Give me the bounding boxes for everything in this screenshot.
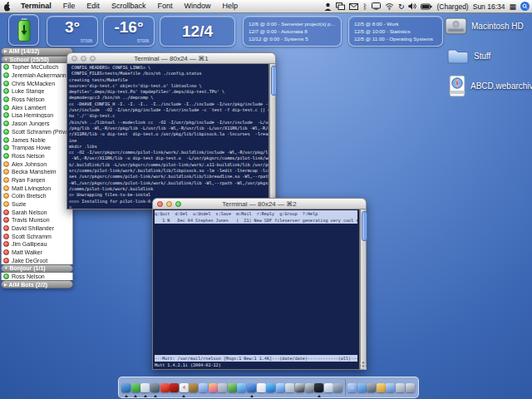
bluetooth-icon[interactable]: ᛒ [362, 2, 367, 11]
pencil-icon[interactable] [199, 383, 208, 392]
buddy-row[interactable]: Luke Stange [2, 87, 72, 96]
minimize-icon[interactable] [81, 56, 86, 62]
schedule-widget-2[interactable]: 12/5 @ 8:00 - Work12/5 @ 10:00 - Statist… [348, 16, 443, 47]
ical-icon[interactable]: 4 [180, 383, 189, 392]
documents-folder-icon[interactable] [386, 383, 395, 392]
buddy-row[interactable]: Becka Mansheim [2, 168, 72, 176]
desktop-icon-stuff[interactable]: Stuff [446, 47, 490, 65]
buddy-row[interactable]: Colin Bretsch [2, 192, 72, 200]
buddy-row[interactable]: David Shillander [2, 224, 72, 233]
tools-icon[interactable] [305, 383, 314, 392]
ichat-icon[interactable] [237, 383, 246, 392]
scrollbar-thumb[interactable] [271, 66, 277, 96]
buddy-group-header[interactable]: ▶AIM (14/32) [1, 47, 73, 56]
battery-widget[interactable] [8, 14, 39, 46]
azureus-icon[interactable] [247, 383, 256, 392]
menu-terminal[interactable]: Terminal [15, 0, 57, 12]
zoom-icon[interactable] [175, 201, 181, 207]
terminal1-titlebar[interactable]: Terminal — 80x24 — ⌘1 [66, 52, 276, 64]
calculator-icon[interactable] [333, 383, 342, 392]
resize-grip[interactable] [360, 363, 367, 370]
magnet-icon[interactable] [170, 383, 179, 392]
buddy-row[interactable]: Scott Schramm (Private) [2, 128, 72, 136]
clock-icon[interactable] [150, 383, 160, 392]
buddy-row[interactable]: Travis Munson [2, 216, 72, 224]
home-folder-icon[interactable]: ⌂ [347, 383, 357, 392]
menu-font[interactable]: Font [151, 0, 178, 12]
camera-icon[interactable] [367, 383, 376, 392]
weather-widget-2[interactable]: -16° 57006 [103, 16, 155, 47]
buddy-group-header[interactable]: ▶AIM Bots (2/2) [1, 280, 73, 288]
buddy-group-header[interactable]: ▼Bonjour (1/1) [1, 264, 73, 273]
downloads-folder-icon[interactable] [377, 383, 386, 392]
terminal1-scrollbar[interactable]: ▲▼ [269, 64, 276, 209]
buddy-row[interactable]: Jim Gallipeau [2, 240, 72, 249]
applications-folder-icon[interactable] [357, 383, 367, 392]
penguin-icon[interactable] [295, 383, 304, 392]
menu-help[interactable]: Help [216, 0, 244, 12]
buddy-row[interactable]: Lisa Hemingson [2, 111, 72, 120]
menu-edit[interactable]: Edit [81, 0, 106, 12]
buddy-row[interactable]: Alex Lambert [2, 103, 72, 111]
menubar-clock[interactable]: Sun 16:34 [473, 2, 505, 11]
minimize-icon[interactable] [166, 201, 172, 207]
buddy-row[interactable]: Jeremiah Ackermann [2, 71, 72, 80]
globe-icon[interactable] [266, 383, 275, 392]
close-icon[interactable] [71, 56, 77, 62]
menu-window[interactable]: Window [178, 0, 216, 12]
terminal-window-2[interactable]: Terminal — 80x24 — ⌘2 q:Quit d:Del u:Und… [152, 198, 367, 370]
buddy-row[interactable]: James Noble [2, 135, 72, 144]
opera-icon[interactable] [160, 383, 170, 392]
textedit-icon[interactable] [324, 383, 333, 392]
buddy-row[interactable]: Matt Walker [2, 249, 72, 257]
pinwheel-icon[interactable] [209, 383, 218, 392]
terminal2-scrollbar[interactable]: ▲▼ [360, 209, 367, 370]
terminal2-titlebar[interactable]: Terminal — 80x24 — ⌘2 [152, 198, 367, 209]
buddy-row[interactable]: Jake DeGroot [2, 257, 72, 265]
buddy-row[interactable]: Chris McMacken [2, 79, 72, 87]
windows-icon[interactable] [336, 2, 345, 10]
close-icon[interactable] [157, 201, 163, 207]
input-menu-icon[interactable]: ▦ [509, 2, 516, 11]
archive-icon[interactable] [218, 383, 227, 392]
terminal-window-1[interactable]: Terminal — 80x24 — ⌘1 CONFIG_HEADERS= CO… [66, 52, 276, 209]
battery-icon[interactable] [421, 3, 432, 10]
terminal-icon[interactable] [314, 383, 323, 392]
buddy-row[interactable]: Scott Schramm [2, 232, 72, 240]
mutt-selected-message[interactable]: 1 N Dec 04 Stephen Jones ( 21) New SDF f… [155, 217, 357, 224]
mail-icon[interactable] [349, 3, 358, 10]
adium-duck-icon[interactable] [131, 383, 140, 392]
grapher-icon[interactable] [228, 383, 237, 392]
weather-widget-1[interactable]: 3° 57006 [47, 16, 98, 47]
date-widget[interactable]: 12/4 [160, 16, 235, 47]
buddy-row[interactable]: Sarah Nelson [2, 208, 72, 216]
display-icon[interactable] [372, 2, 381, 10]
buddy-row[interactable]: Ross Nelson [2, 96, 72, 104]
buddy-row[interactable]: Suzie [2, 200, 72, 209]
desktop-icon-webarchive[interactable]: ABCD.webarchive [448, 75, 532, 97]
buddy-row[interactable]: Ryan Fargen [2, 176, 72, 185]
preview-icon[interactable] [140, 383, 150, 392]
zoom-icon[interactable] [90, 56, 96, 62]
menu-scrollback[interactable]: Scrollback [106, 0, 152, 12]
sync-icon[interactable]: ↻ [398, 2, 405, 11]
finder-icon[interactable] [121, 383, 131, 392]
trash-icon[interactable] [406, 383, 415, 392]
menu-file[interactable]: File [57, 0, 81, 12]
terminal2-content[interactable]: q:Quit d:Del u:Undel s:Save m:Mail r:Rep… [152, 209, 360, 370]
schedule-widget-1[interactable]: 12/6 @ 0:00 - Semester project(s) p...12… [243, 16, 342, 47]
desktop-icon-macintosh-hd[interactable]: Macintosh HD [445, 17, 524, 36]
itunes-icon[interactable] [276, 383, 285, 392]
utility-icon[interactable] [285, 383, 294, 392]
volume-icon[interactable] [408, 2, 416, 10]
terminal1-content[interactable]: CONFIG_HEADERS= CONFIG_LINKS= \ CONFIG_F… [66, 64, 269, 209]
airport-wifi-icon[interactable] [385, 2, 394, 10]
buddy-row[interactable]: Ross Nelson [2, 152, 72, 160]
spotlight-icon[interactable] [520, 2, 530, 11]
minimized-window-icon[interactable] [396, 383, 405, 392]
buddy-row[interactable]: Ross Nelson [2, 273, 72, 281]
fast-user-switch-icon[interactable] [324, 2, 332, 11]
stickies-icon[interactable] [257, 383, 266, 392]
buddy-row[interactable]: Topher McCulloch [2, 63, 72, 71]
buddy-row[interactable]: Trampas Howe [2, 144, 72, 152]
